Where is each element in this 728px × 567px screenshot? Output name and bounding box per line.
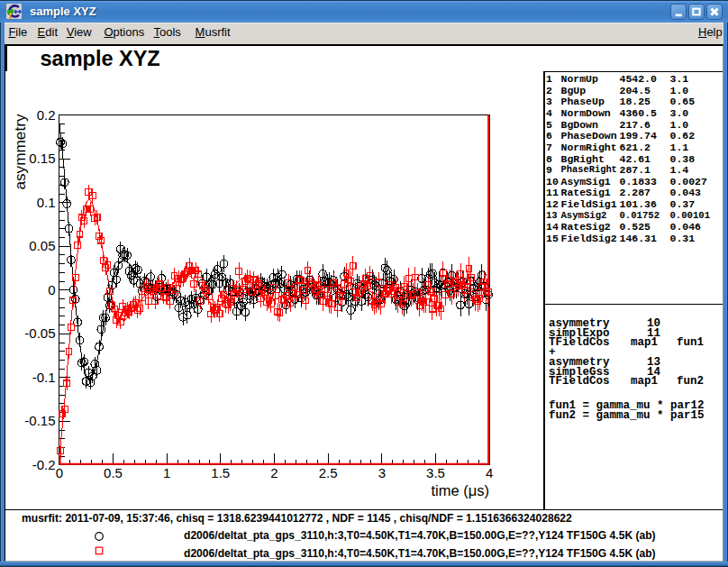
svg-text:3.5: 3.5 xyxy=(426,465,445,480)
svg-text:0.1: 0.1 xyxy=(37,195,56,210)
svg-text:asymmetry: asymmetry xyxy=(11,114,29,189)
svg-text:1: 1 xyxy=(163,465,170,480)
svg-text:3: 3 xyxy=(378,465,386,480)
svg-text:2: 2 xyxy=(270,465,278,480)
svg-text:-0.05: -0.05 xyxy=(24,325,55,341)
svg-text:0: 0 xyxy=(48,282,55,297)
svg-text:0: 0 xyxy=(56,465,63,480)
svg-text:0.05: 0.05 xyxy=(29,238,55,253)
svg-text:1.5: 1.5 xyxy=(211,465,230,480)
svg-text:2.5: 2.5 xyxy=(319,465,338,480)
svg-text:-0.1: -0.1 xyxy=(32,370,56,385)
svg-text:4: 4 xyxy=(486,465,493,480)
svg-text:-0.15: -0.15 xyxy=(24,413,55,428)
svg-text:time (μs): time (μs) xyxy=(431,482,489,498)
svg-text:-0.2: -0.2 xyxy=(32,457,56,472)
svg-text:0.2: 0.2 xyxy=(37,107,56,123)
svg-text:0.15: 0.15 xyxy=(29,151,55,166)
svg-text:0.5: 0.5 xyxy=(104,465,123,480)
